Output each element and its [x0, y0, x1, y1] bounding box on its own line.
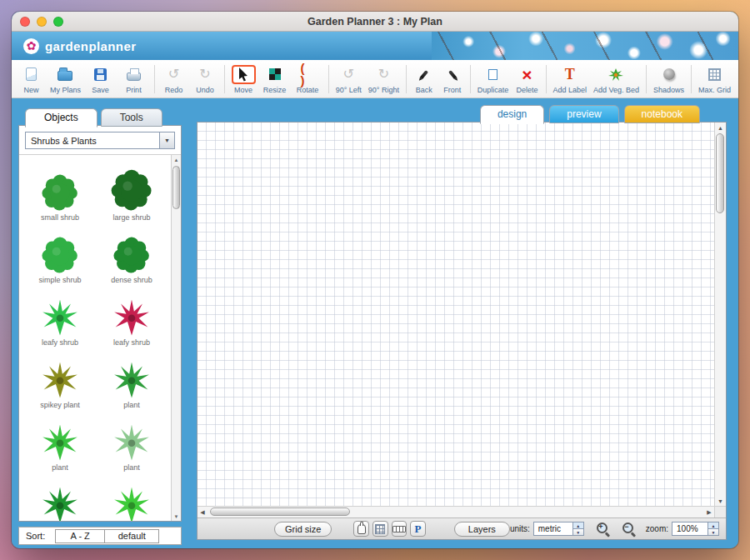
plant-item-leafy-shrub-green[interactable]: leafy shrub: [24, 285, 96, 348]
toolbar-button-my-plans[interactable]: My Plans: [47, 62, 84, 97]
zoom-stepper[interactable]: [708, 522, 719, 536]
toolbar-separator: [406, 65, 407, 93]
design-grid-canvas[interactable]: [198, 122, 714, 506]
sort-az-button[interactable]: A - Z: [55, 529, 105, 543]
plant-item-plant-5[interactable]: [96, 472, 168, 521]
toolbar-separator: [154, 65, 155, 93]
plant-icon: [41, 423, 79, 462]
toolbar-separator: [224, 65, 225, 93]
plant-item-dense-shrub[interactable]: dense shrub: [96, 222, 168, 285]
toolbar-button-redo[interactable]: Redo: [158, 62, 189, 97]
zoom-select[interactable]: 100%: [672, 522, 708, 536]
zoom-button[interactable]: [53, 17, 63, 27]
category-dropdown[interactable]: Shrubs & Plants: [25, 132, 175, 149]
scroll-right-icon[interactable]: [704, 507, 714, 518]
zoom-in-button[interactable]: [596, 522, 610, 536]
toggle-grid-button[interactable]: [372, 521, 388, 537]
plant-item-spikey-plant[interactable]: spikey plant: [24, 348, 96, 410]
scrollbar-thumb[interactable]: [172, 166, 180, 209]
scroll-down-icon[interactable]: [715, 496, 726, 506]
toolbar-button-front[interactable]: Front: [438, 62, 467, 97]
vertical-scrollbar[interactable]: [714, 122, 726, 506]
header-photo-blossoms: [432, 32, 738, 60]
toolbar-button-duplicate[interactable]: Duplicate: [474, 62, 512, 97]
zoom-out-button[interactable]: [622, 522, 636, 536]
toolbar-button-save[interactable]: Save: [84, 62, 117, 97]
floppy-disk-icon: [94, 68, 107, 81]
toolbar-label: My Plans: [50, 86, 81, 94]
toolbar-separator: [646, 65, 647, 93]
toolbar-separator: [691, 65, 692, 93]
toolbar-button-print[interactable]: Print: [117, 62, 151, 97]
sidebar-scrollbar[interactable]: [171, 155, 181, 521]
app-header: gardenplanner: [12, 32, 738, 60]
toolbar-button-add-label[interactable]: Add Label: [550, 62, 591, 97]
ruler-icon: [392, 526, 406, 532]
toolbar-button-delete[interactable]: Delete: [512, 62, 542, 97]
spikey-plant-icon: [41, 361, 79, 399]
toolbar-button-move[interactable]: Move: [228, 62, 259, 97]
toolbar-button-90-right[interactable]: 90° Right: [365, 62, 402, 97]
stepper-down-icon[interactable]: [708, 529, 718, 535]
tab-tools[interactable]: Tools: [101, 108, 162, 127]
dropdown-arrow-icon[interactable]: [159, 132, 174, 148]
toolbar-button-add-veg-bed[interactable]: Add Veg. Bed: [590, 62, 642, 97]
pan-hand-button[interactable]: [353, 521, 369, 537]
scrollbar-thumb[interactable]: [210, 508, 350, 516]
close-button[interactable]: [20, 17, 30, 27]
toolbar-button-undo[interactable]: Undo: [189, 62, 220, 97]
scroll-down-icon[interactable]: [172, 512, 181, 521]
stepper-up-icon[interactable]: [573, 522, 583, 529]
plant-label-toggle-button[interactable]: P: [410, 521, 426, 537]
tab-notebook[interactable]: notebook: [624, 105, 700, 123]
toolbar-label: Save: [92, 86, 109, 94]
content-area: Objects Tools Shrubs & Plants small shru…: [12, 98, 738, 548]
plant-icon: [112, 361, 151, 399]
toolbar-label: Print: [126, 86, 142, 94]
minimize-button[interactable]: [37, 17, 47, 27]
horizontal-scrollbar[interactable]: [198, 506, 714, 518]
shrub-icon: [41, 173, 79, 212]
grid-icon: [375, 524, 385, 534]
plant-item-plant-1[interactable]: plant: [96, 348, 168, 410]
toolbar-button-shadows[interactable]: Shadows: [650, 62, 688, 97]
folder-icon: [58, 71, 72, 81]
design-canvas-panel: Grid size P Layers units: metric: [197, 122, 727, 540]
layers-button[interactable]: Layers: [454, 522, 510, 537]
scroll-up-icon[interactable]: [172, 155, 181, 164]
plant-item-plant-3[interactable]: plant: [96, 410, 168, 472]
tab-preview[interactable]: preview: [549, 105, 618, 123]
units-label: units:: [510, 524, 530, 533]
tab-objects[interactable]: Objects: [25, 108, 98, 128]
plant-item-large-shrub[interactable]: large shrub: [96, 160, 168, 222]
scrollbar-thumb[interactable]: [716, 133, 724, 213]
sort-default-button[interactable]: default: [104, 529, 159, 543]
toolbar-button-90-left[interactable]: 90° Left: [332, 62, 365, 97]
plant-item-plant-2[interactable]: plant: [24, 410, 96, 472]
ruler-button[interactable]: [392, 521, 408, 537]
toolbar-button-new[interactable]: New: [16, 62, 47, 97]
scroll-left-icon[interactable]: [198, 507, 208, 518]
scroll-up-icon[interactable]: [715, 122, 726, 132]
plant-item-plant-4[interactable]: [24, 472, 96, 521]
toolbar-button-resize[interactable]: Resize: [259, 62, 291, 97]
toolbar-label: New: [23, 86, 38, 94]
units-stepper[interactable]: [573, 522, 584, 536]
titlebar: Garden Planner 3 : My Plan: [12, 12, 738, 32]
toolbar-button-back[interactable]: Back: [410, 62, 438, 97]
plant-item-simple-shrub[interactable]: simple shrub: [24, 222, 96, 285]
toolbar-button-max-grid[interactable]: Max. Grid: [695, 62, 734, 97]
plant-item-leafy-shrub-red[interactable]: leafy shrub: [96, 285, 168, 348]
toolbar-label: Undo: [196, 86, 214, 94]
units-select[interactable]: metric: [533, 522, 573, 536]
stepper-up-icon[interactable]: [708, 522, 718, 529]
toolbar-label: Delete: [516, 86, 538, 94]
tab-design[interactable]: design: [480, 105, 544, 124]
plant-item-small-shrub[interactable]: small shrub: [24, 160, 96, 222]
toolbar-label: Add Veg. Bed: [593, 86, 639, 94]
stepper-down-icon[interactable]: [573, 529, 583, 535]
vegetable-icon: [608, 68, 624, 82]
grid-size-button[interactable]: Grid size: [274, 522, 332, 537]
toolbar-button-rotate[interactable]: Rotate: [291, 62, 325, 97]
sidebar-tabs: Objects Tools: [25, 108, 166, 127]
